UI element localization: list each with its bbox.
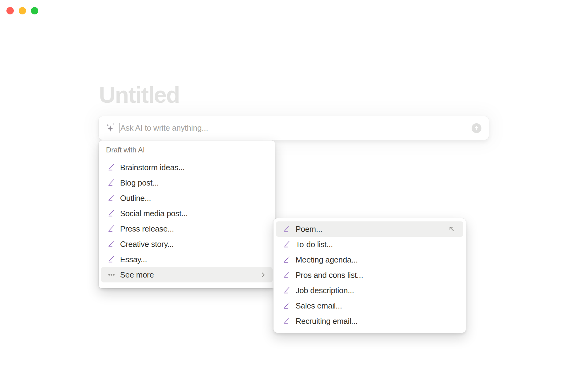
menu-item-press-release[interactable]: Press release...: [101, 221, 273, 236]
menu-item-label: Sales email...: [296, 301, 342, 311]
pencil-icon: [283, 225, 291, 233]
chevron-right-icon: [260, 271, 266, 278]
menu-item-outline[interactable]: Outline...: [101, 190, 273, 206]
pencil-icon: [283, 271, 291, 279]
pencil-icon: [283, 302, 291, 309]
pencil-icon: [108, 256, 115, 263]
menu-item-pros-and-cons-list[interactable]: Pros and cons list...: [276, 267, 463, 283]
ai-input-bar[interactable]: Ask AI to write anything...: [99, 116, 489, 140]
draft-with-ai-menu: Draft with AI Brainstorm ideas... Blog p…: [99, 140, 275, 288]
menu-item-label: Job description...: [296, 286, 354, 295]
menu-item-see-more[interactable]: See more: [101, 267, 273, 282]
arrow-up-icon: [473, 125, 480, 131]
menu-item-label: Press release...: [120, 224, 174, 234]
pencil-icon: [283, 317, 291, 325]
menu-item-label: Poem...: [296, 224, 322, 234]
menu-item-essay[interactable]: Essay...: [101, 252, 273, 267]
menu-item-label: Blog post...: [120, 178, 159, 188]
pencil-icon: [283, 256, 291, 263]
menu-item-brainstorm-ideas[interactable]: Brainstorm ideas...: [101, 160, 273, 175]
pencil-icon: [108, 194, 115, 202]
pencil-icon: [108, 179, 115, 186]
menu-item-label: Pros and cons list...: [296, 270, 363, 280]
menu-item-social-media-post[interactable]: Social media post...: [101, 206, 273, 221]
pencil-icon: [108, 240, 115, 248]
menu-item-label: Social media post...: [120, 209, 188, 218]
ai-input-placeholder: Ask AI to write anything...: [120, 123, 472, 133]
ellipsis-icon: [108, 271, 115, 278]
ai-sparkle-icon: [105, 123, 116, 134]
menu-header: Draft with AI: [99, 145, 275, 155]
menu-item-sales-email[interactable]: Sales email...: [276, 298, 463, 313]
minimize-button[interactable]: [19, 7, 26, 14]
page-title[interactable]: Untitled: [99, 82, 179, 108]
menu-item-poem[interactable]: Poem...: [276, 221, 463, 237]
menu-item-meeting-agenda[interactable]: Meeting agenda...: [276, 252, 463, 267]
menu-item-recruiting-email[interactable]: Recruiting email...: [276, 313, 463, 329]
pencil-icon: [283, 241, 291, 248]
window-controls: [6, 7, 38, 14]
zoom-button[interactable]: [31, 7, 38, 14]
menu-item-label: Meeting agenda...: [296, 255, 358, 265]
menu-item-label: Recruiting email...: [296, 316, 357, 326]
menu-item-label: Brainstorm ideas...: [120, 163, 185, 172]
menu-item-label: Outline...: [120, 194, 151, 203]
text-cursor: [119, 123, 119, 133]
menu-item-job-description[interactable]: Job description...: [276, 283, 463, 298]
menu-item-label: Essay...: [120, 255, 147, 264]
menu-item-label: To-do list...: [296, 240, 333, 249]
menu-item-label: Creative story...: [120, 240, 174, 249]
see-more-submenu: Poem... To-do list... Meeting agenda... …: [273, 218, 466, 333]
pencil-icon: [108, 225, 115, 232]
close-button[interactable]: [6, 7, 14, 14]
pencil-icon: [108, 164, 115, 171]
pencil-icon: [283, 287, 291, 294]
menu-item-blog-post[interactable]: Blog post...: [101, 175, 273, 190]
menu-item-to-do-list[interactable]: To-do list...: [276, 237, 463, 252]
menu-item-creative-story[interactable]: Creative story...: [101, 236, 273, 252]
menu-item-label: See more: [120, 270, 154, 280]
arrow-up-left-icon: [448, 225, 455, 233]
submit-button[interactable]: [472, 123, 481, 133]
pencil-icon: [108, 210, 115, 217]
